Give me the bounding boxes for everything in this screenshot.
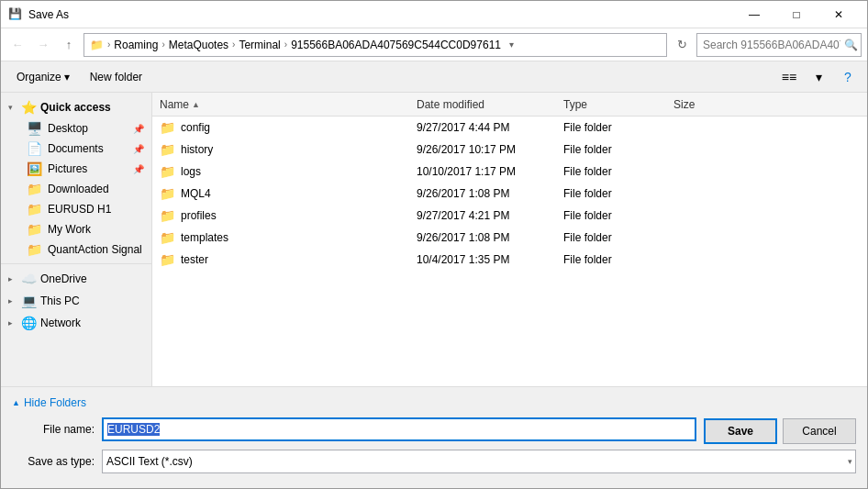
hide-folders-arrow: ▲ bbox=[12, 398, 20, 407]
file-name-cell: 📁 templates bbox=[156, 230, 413, 245]
file-type-cell: File folder bbox=[560, 253, 670, 266]
breadcrumb-roaming[interactable]: Roaming bbox=[114, 39, 158, 51]
breadcrumb-terminal[interactable]: Terminal bbox=[239, 39, 280, 51]
mywork-label: My Work bbox=[48, 223, 144, 236]
forward-button[interactable]: → bbox=[32, 34, 54, 56]
downloaded-label: Downloaded bbox=[48, 183, 144, 195]
minimize-button[interactable]: — bbox=[733, 1, 775, 28]
sidebar-item-desktop[interactable]: 🖥️ Desktop 📌 bbox=[1, 118, 151, 139]
file-name-text: config bbox=[181, 121, 210, 134]
sidebar-item-downloaded[interactable]: 📁 Downloaded bbox=[1, 179, 151, 199]
organize-arrow: ▾ bbox=[64, 71, 70, 83]
view-controls: ≡≡ ▾ bbox=[775, 65, 832, 89]
save-as-dialog: 💾 Save As — □ ✕ ← → ↑ 📁 › Roaming › Meta… bbox=[0, 0, 868, 489]
desktop-icon: 🖥️ bbox=[27, 121, 42, 136]
back-button[interactable]: ← bbox=[6, 34, 28, 56]
col-header-date[interactable]: Date modified bbox=[413, 93, 560, 117]
table-row[interactable]: 📁 history 9/26/2017 10:17 PM File folder bbox=[152, 139, 867, 161]
savetype-label: Save as type: bbox=[12, 455, 95, 468]
breadcrumb-id[interactable]: 915566BA06ADA407569C544CC0D97611 bbox=[291, 39, 501, 51]
file-date-cell: 9/26/2017 1:08 PM bbox=[413, 231, 560, 244]
sidebar-onedrive[interactable]: ▸ ☁️ OneDrive bbox=[1, 268, 151, 290]
save-button[interactable]: Save bbox=[704, 418, 777, 444]
help-button[interactable]: ? bbox=[836, 65, 860, 89]
action-buttons: Save Cancel bbox=[704, 418, 856, 444]
col-size-label: Size bbox=[673, 98, 695, 111]
file-name-text: MQL4 bbox=[181, 187, 211, 200]
breadcrumb-sep-3: › bbox=[284, 39, 287, 50]
desktop-label: Desktop bbox=[48, 122, 128, 135]
file-name-text: history bbox=[181, 143, 213, 156]
hide-folders-row[interactable]: ▲ Hide Folders bbox=[12, 396, 86, 409]
thispc-icon: 💻 bbox=[21, 294, 37, 308]
file-name-cell: 📁 tester bbox=[156, 252, 413, 267]
table-row[interactable]: 📁 tester 10/4/2017 1:35 PM File folder bbox=[152, 249, 867, 271]
sidebar-item-mywork[interactable]: 📁 My Work bbox=[1, 219, 151, 239]
dialog-title: Save As bbox=[28, 8, 69, 21]
thispc-label: This PC bbox=[40, 295, 80, 307]
refresh-button[interactable]: ↻ bbox=[671, 34, 693, 56]
file-date-cell: 9/26/2017 1:08 PM bbox=[413, 187, 560, 200]
search-icon: 🔍 bbox=[844, 39, 858, 51]
folder-icon: 📁 bbox=[160, 186, 175, 201]
search-input[interactable] bbox=[703, 39, 840, 51]
sidebar-thispc[interactable]: ▸ 💻 This PC bbox=[1, 290, 151, 312]
col-sort-arrow: ▲ bbox=[192, 100, 200, 109]
title-bar: 💾 Save As — □ ✕ bbox=[1, 1, 867, 28]
col-header-type[interactable]: Type bbox=[560, 93, 670, 117]
savetype-select[interactable]: ASCII Text (*.csv) bbox=[102, 450, 856, 473]
close-button[interactable]: ✕ bbox=[818, 1, 860, 28]
eurusd-label: EURUSD H1 bbox=[48, 203, 144, 216]
onedrive-icon: ☁️ bbox=[21, 272, 37, 286]
folder-icon: 📁 bbox=[160, 142, 175, 157]
organize-label: Organize bbox=[17, 71, 61, 83]
table-row[interactable]: 📁 templates 9/26/2017 1:08 PM File folde… bbox=[152, 227, 867, 249]
downloaded-icon: 📁 bbox=[27, 182, 42, 196]
bottom-area: ▲ Hide Folders File name: Save Cancel Sa… bbox=[1, 386, 867, 488]
file-date-cell: 9/26/2017 10:17 PM bbox=[413, 143, 560, 156]
title-bar-controls: — □ ✕ bbox=[733, 1, 860, 28]
file-type-cell: File folder bbox=[560, 121, 670, 134]
sidebar-item-pictures[interactable]: 🖼️ Pictures 📌 bbox=[1, 159, 151, 179]
network-label: Network bbox=[40, 317, 81, 329]
mywork-icon: 📁 bbox=[27, 222, 42, 237]
sidebar-quick-access-header[interactable]: ▾ ⭐ Quick access bbox=[1, 96, 151, 118]
filename-input[interactable] bbox=[102, 417, 696, 441]
folder-icon: 📁 bbox=[160, 120, 175, 135]
main-area: ▾ ⭐ Quick access 🖥️ Desktop 📌 📄 Document… bbox=[1, 93, 867, 386]
table-row[interactable]: 📁 logs 10/10/2017 1:17 PM File folder bbox=[152, 161, 867, 183]
file-list-header: Name ▲ Date modified Type Size bbox=[152, 93, 867, 117]
col-date-label: Date modified bbox=[417, 98, 484, 111]
network-icon: 🌐 bbox=[21, 316, 37, 330]
quick-access-icon: ⭐ bbox=[21, 100, 37, 115]
maximize-button[interactable]: □ bbox=[775, 1, 818, 28]
onedrive-label: OneDrive bbox=[40, 272, 87, 285]
breadcrumb: 📁 › Roaming › MetaQuotes › Terminal › 91… bbox=[83, 33, 667, 57]
view-dropdown-button[interactable]: ▾ bbox=[805, 65, 832, 89]
file-name-text: templates bbox=[181, 231, 228, 244]
col-header-name[interactable]: Name ▲ bbox=[156, 93, 413, 117]
cancel-button[interactable]: Cancel bbox=[783, 418, 856, 444]
quantaction-label: QuantAction Signal bbox=[48, 243, 144, 256]
table-row[interactable]: 📁 MQL4 9/26/2017 1:08 PM File folder bbox=[152, 183, 867, 205]
sidebar-item-documents[interactable]: 📄 Documents 📌 bbox=[1, 139, 151, 159]
organize-button[interactable]: Organize ▾ bbox=[8, 65, 78, 89]
table-row[interactable]: 📁 config 9/27/2017 4:44 PM File folder bbox=[152, 117, 867, 139]
new-folder-button[interactable]: New folder bbox=[82, 65, 150, 89]
file-name-cell: 📁 config bbox=[156, 120, 413, 135]
pin-icon-pictures: 📌 bbox=[133, 164, 144, 174]
thispc-arrow: ▸ bbox=[8, 296, 17, 306]
breadcrumb-metaquotes[interactable]: MetaQuotes bbox=[169, 39, 228, 51]
sidebar-network[interactable]: ▸ 🌐 Network bbox=[1, 312, 151, 334]
table-row[interactable]: 📁 profiles 9/27/2017 4:21 PM File folder bbox=[152, 205, 867, 227]
sidebar-item-quantaction[interactable]: 📁 QuantAction Signal bbox=[1, 239, 151, 260]
col-header-size[interactable]: Size bbox=[670, 93, 743, 117]
sidebar-item-eurusd[interactable]: 📁 EURUSD H1 bbox=[1, 199, 151, 219]
up-button[interactable]: ↑ bbox=[58, 34, 80, 56]
quantaction-icon: 📁 bbox=[27, 242, 42, 257]
network-arrow: ▸ bbox=[8, 318, 17, 328]
view-button[interactable]: ≡≡ bbox=[775, 65, 803, 89]
file-type-cell: File folder bbox=[560, 209, 670, 222]
file-type-cell: File folder bbox=[560, 187, 670, 200]
breadcrumb-dropdown-arrow[interactable]: ▾ bbox=[505, 33, 519, 57]
